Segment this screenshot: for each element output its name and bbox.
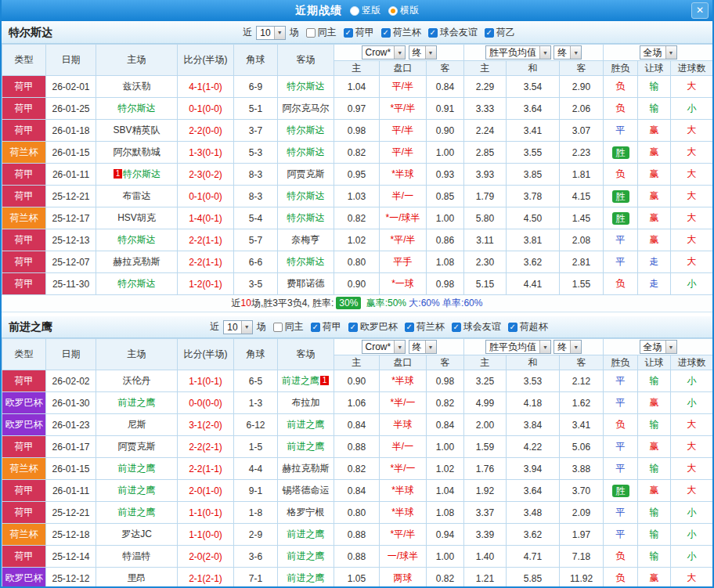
team-name[interactable]: 奈梅亨 [292,234,320,245]
team-name[interactable]: 阿尔默勒城 [114,146,160,157]
filter-checkbox[interactable]: 荷兰杯 [405,320,445,334]
filter-checkbox[interactable]: 荷超杯 [508,320,548,334]
europe-stage-select[interactable]: 终▼ [554,45,582,60]
match-score[interactable]: 3-1(2-0) [178,414,234,436]
team-name[interactable]: 兹沃勒 [123,81,151,92]
match-score[interactable]: 1-1(0-1) [178,502,234,524]
team-name[interactable]: 前进之鹰 [287,550,325,561]
match-score[interactable]: 2-2(2-1) [178,436,234,458]
match-score[interactable]: 0-1(0-0) [178,186,234,207]
filter-checkbox[interactable]: 球会友谊 [452,320,501,334]
team-name[interactable]: 前进之鹰 [287,528,325,539]
team-name[interactable]: 特尔斯达 [287,146,325,157]
team-name[interactable]: 赫拉克勒斯 [283,463,330,474]
team-name[interactable]: HSV胡克 [117,212,156,223]
team-name[interactable]: 阿贾克斯 [118,441,156,452]
team-name[interactable]: 特尔斯达 [287,212,325,223]
team-name[interactable]: 罗达JC [121,528,152,539]
match-score[interactable]: 2-1(2-1) [178,568,234,588]
layout-radio-vertical[interactable]: 竖版 [350,4,380,17]
checkbox-checked-icon[interactable] [428,28,438,38]
scope-select[interactable]: 全场▼ [640,45,677,60]
team-name[interactable]: 布雷达 [123,190,151,201]
team-name[interactable]: 里昂 [128,572,146,583]
team-name[interactable]: 前进之鹰 [287,572,325,583]
filter-checkbox[interactable]: 荷甲 [311,320,341,334]
match-score[interactable]: 2-2(0-0) [178,120,234,142]
match-score[interactable]: 0-0(0-0) [178,392,234,414]
odds-stage-select[interactable]: 终▼ [409,340,437,354]
team-name[interactable]: 阿贾克斯 [287,168,325,179]
odds-stage-select[interactable]: 终▼ [409,45,437,60]
match-score[interactable]: 2-2(1-1) [178,251,234,273]
filter-checkbox[interactable]: 同主 [273,320,304,334]
team-name[interactable]: 前进之鹰 [118,463,156,474]
team-name[interactable]: 尼斯 [128,419,146,430]
match-score[interactable]: 1-3(0-1) [178,142,234,164]
match-score[interactable]: 1-4(0-1) [178,207,234,229]
match-score[interactable]: 2-0(2-0) [178,546,234,568]
team-name[interactable]: 前进之鹰 [118,397,156,408]
team-name[interactable]: 前进之鹰 [118,485,156,496]
match-score[interactable]: 1-1(0-0) [178,524,234,546]
team-name[interactable]: 赫拉克勒斯 [114,256,160,267]
team-name[interactable]: 前进之鹰 [287,441,325,452]
match-count-select[interactable]: 10▼ [223,320,252,334]
europe-odds-select[interactable]: 胜平负均值▼ [485,340,551,354]
match-score[interactable]: 2-0(1-0) [178,480,234,502]
team-name[interactable]: 特尔斯达 [118,234,156,245]
team-name[interactable]: 特尔斯达 [287,124,325,135]
team-name[interactable]: 前进之鹰 [118,507,156,518]
checkbox-unchecked-icon[interactable] [306,28,316,38]
checkbox-checked-icon[interactable] [485,28,494,38]
filter-checkbox[interactable]: 荷甲 [344,26,374,39]
team-name[interactable]: 特尔斯达 [118,278,156,289]
close-button[interactable]: ✕ [691,2,709,19]
team-name[interactable]: 特尔斯达 [287,81,325,92]
team-name[interactable]: 前进之鹰 [287,419,325,430]
match-score[interactable]: 2-3(0-2) [178,164,234,186]
team-name[interactable]: 特尔斯达 [123,168,160,179]
team-name[interactable]: 特温特 [123,550,151,561]
filter-checkbox[interactable]: 荷乙 [485,26,515,39]
match-score[interactable]: 1-1(0-1) [178,370,234,392]
filter-checkbox[interactable]: 球会友谊 [428,26,478,39]
team-name[interactable]: 费耶诺德 [287,278,325,289]
checkbox-checked-icon[interactable] [311,323,320,332]
europe-odds-select[interactable]: 胜平负均值▼ [485,45,551,60]
team-name[interactable]: 沃伦丹 [123,375,151,386]
match-score[interactable]: 0-1(0-0) [178,98,234,120]
bookmaker-select[interactable]: Crow*▼ [362,45,406,60]
match-score[interactable]: 4-1(1-0) [178,76,234,98]
team-name[interactable]: 前进之鹰 [282,375,319,386]
team-name[interactable]: 布拉加 [292,397,320,408]
bookmaker-select[interactable]: Crow*▼ [362,340,406,354]
layout-radio-horizontal[interactable]: 横版 [388,4,419,17]
checkbox-checked-icon[interactable] [344,28,353,38]
team-name[interactable]: SBV精英队 [113,124,160,135]
team-name[interactable]: 特尔斯达 [287,190,325,201]
match-score[interactable]: 1-2(0-1) [178,273,234,295]
team-name[interactable]: 阿尔克马尔 [283,103,330,114]
scope-select[interactable]: 全场▼ [640,340,677,354]
checkbox-checked-icon[interactable] [452,323,461,332]
checkbox-checked-icon[interactable] [508,323,517,332]
radio-selected-icon[interactable] [388,6,398,16]
checkbox-checked-icon[interactable] [405,323,414,332]
team-name[interactable]: 锡塔德命运 [283,485,330,496]
checkbox-checked-icon[interactable] [381,28,391,38]
match-score[interactable]: 2-2(1-1) [178,458,234,480]
team-name[interactable]: 特尔斯达 [118,103,156,114]
checkbox-checked-icon[interactable] [348,323,358,332]
radio-unselected-icon[interactable] [350,6,359,16]
europe-stage-select[interactable]: 终▼ [554,340,582,354]
checkbox-unchecked-icon[interactable] [273,323,283,332]
match-score[interactable]: 2-2(1-1) [178,229,234,251]
filter-checkbox[interactable]: 荷兰杯 [381,26,421,39]
match-count-select[interactable]: 10▼ [256,26,285,40]
filter-checkbox[interactable]: 欧罗巴杯 [348,320,398,334]
radio-label-vertical[interactable]: 竖版 [362,4,380,17]
team-name[interactable]: 特尔斯达 [287,256,325,267]
team-name[interactable]: 格罗宁根 [287,507,325,518]
filter-checkbox[interactable]: 同主 [306,26,337,39]
